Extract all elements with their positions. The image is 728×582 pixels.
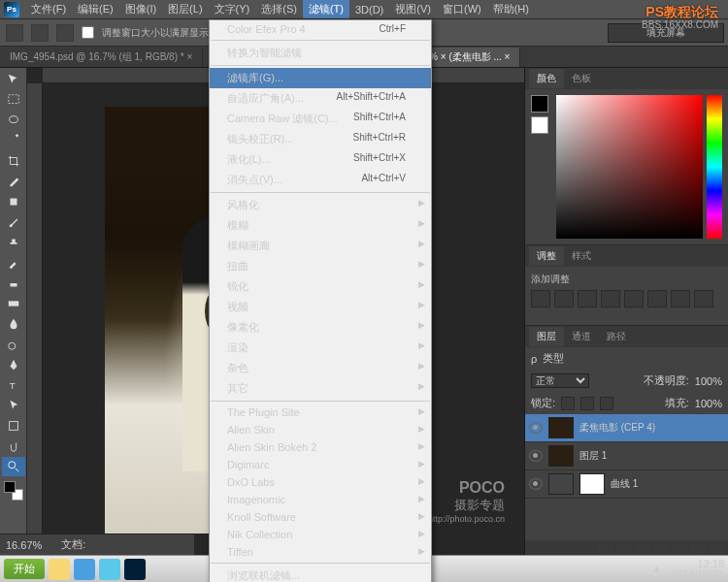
hand-tool[interactable] [2,436,25,456]
filter-stylize[interactable]: 风格化▶ [210,195,431,215]
lock-position-icon[interactable] [580,397,594,410]
adjustments-tab[interactable]: 调整 [529,246,564,266]
taskbar-app-icon[interactable] [99,559,120,580]
menu-type[interactable]: 文字(Y) [209,0,256,18]
vibrance-icon[interactable] [624,290,644,307]
filter-knoll[interactable]: Knoll Software▶ [210,508,431,526]
filter-other[interactable]: 其它▶ [210,378,431,399]
layer-row-0[interactable]: 柔焦电影 (CEP 4) [525,414,728,442]
filter-noise[interactable]: 杂色▶ [210,358,431,378]
menu-window[interactable]: 窗口(W) [437,0,487,18]
hue-icon[interactable] [647,290,667,307]
saturation-field[interactable] [556,95,703,239]
filter-imagenomic[interactable]: Imagenomic▶ [210,491,431,508]
filter-lens[interactable]: 镜头校正(R)...Shift+Ctrl+R [210,129,431,149]
levels-icon[interactable] [554,290,574,307]
color-swatches[interactable] [4,481,23,501]
path-select-tool[interactable] [2,396,25,415]
filter-pixelate[interactable]: 像素化▶ [210,317,431,338]
blend-mode-select[interactable]: 正常 [531,373,589,388]
filter-blur-gallery[interactable]: 模糊画廊▶ [210,236,431,256]
filter-digimarc[interactable]: Digimarc▶ [210,456,431,473]
opacity-value[interactable]: 100% [695,375,722,387]
menu-3d[interactable]: 3D(D) [349,2,389,17]
menu-select[interactable]: 选择(S) [255,0,303,18]
filter-nik[interactable]: Nik Collection▶ [210,526,431,543]
filter-tiffen[interactable]: Tiffen▶ [210,543,431,561]
curves-icon[interactable] [578,290,597,307]
eyedropper-tool[interactable] [2,172,25,191]
menu-filter[interactable]: 滤镜(T) [303,0,349,18]
wand-tool[interactable] [2,131,25,150]
pen-tool[interactable] [2,355,25,374]
zoom-tool[interactable] [2,457,25,476]
lasso-tool[interactable] [2,111,25,130]
photo-filter-icon[interactable] [694,290,713,307]
filter-liquify[interactable]: 液化(L)...Shift+Ctrl+X [210,149,431,170]
color-picker[interactable] [525,89,728,244]
stamp-tool[interactable] [2,233,25,252]
layer-row-2[interactable]: 曲线 1 [525,470,728,499]
filter-camera-raw[interactable]: Camera Raw 滤镜(C)...Shift+Ctrl+A [210,109,431,129]
menu-layer[interactable]: 图层(L) [162,0,208,18]
zoom-out-icon[interactable] [56,24,74,42]
lock-pixels-icon[interactable] [561,397,575,410]
start-button[interactable]: 开始 [4,559,45,579]
channels-tab[interactable]: 通道 [564,327,599,346]
filter-sharpen[interactable]: 锐化▶ [210,276,431,297]
filter-plugin-site[interactable]: The Plugin Site▶ [210,404,431,421]
paths-tab[interactable]: 路径 [599,327,634,346]
lock-all-icon[interactable] [600,397,613,410]
layers-tab[interactable]: 图层 [529,327,564,346]
exposure-icon[interactable] [601,290,620,307]
tool-preset-icon[interactable] [6,24,23,42]
taskbar-explorer-icon[interactable] [49,559,70,580]
menu-image[interactable]: 图像(I) [119,0,162,18]
layer-row-1[interactable]: 图层 1 [525,442,728,470]
zoom-level[interactable]: 16.67% [6,539,42,551]
filter-alien-bokeh[interactable]: Alien Skin Bokeh 2▶ [210,438,431,456]
filter-browse-online[interactable]: 浏览联机滤镜... [210,566,431,582]
taskbar-browser-icon[interactable] [74,559,95,580]
filter-wide-angle[interactable]: 自适应广角(A)...Alt+Shift+Ctrl+A [210,88,431,109]
zoom-in-icon[interactable] [31,24,49,42]
blur-tool[interactable] [2,314,25,334]
brush-tool[interactable] [2,212,25,232]
menu-help[interactable]: 帮助(H) [487,0,535,18]
marquee-tool[interactable] [2,90,25,110]
history-brush-tool[interactable] [2,253,25,273]
color-tab[interactable]: 颜色 [529,69,564,88]
filter-last[interactable]: Color Efex Pro 4Ctrl+F [210,20,431,38]
visibility-icon[interactable] [529,450,543,462]
styles-tab[interactable]: 样式 [564,246,599,266]
shape-tool[interactable] [2,416,25,436]
eraser-tool[interactable] [2,274,25,293]
filter-smart[interactable]: 转换为智能滤镜 [210,43,431,63]
menu-view[interactable]: 视图(V) [389,0,437,18]
crop-tool[interactable] [2,151,25,171]
gradient-tool[interactable] [2,294,25,313]
filter-video[interactable]: 视频▶ [210,297,431,317]
hue-slider[interactable] [707,95,722,239]
bw-icon[interactable] [671,290,690,307]
visibility-icon[interactable] [529,478,543,490]
heal-tool[interactable] [2,192,25,211]
resize-window-checkbox[interactable] [82,26,94,39]
tab-doc-0[interactable]: IMG_4954.psd @ 16.7% (组 1, RGB/8) * × [0,48,203,67]
filter-alien-skin[interactable]: Alien Skin▶ [210,421,431,438]
filter-render[interactable]: 渲染▶ [210,338,431,358]
filter-vanish[interactable]: 消失点(V)...Alt+Ctrl+V [210,170,431,190]
fill-value[interactable]: 100% [695,398,722,409]
visibility-icon[interactable] [529,422,543,434]
menu-file[interactable]: 文件(F) [25,0,72,18]
filter-blur[interactable]: 模糊▶ [210,215,431,236]
system-clock[interactable]: 13:18 2014/10/31 [671,559,724,580]
type-tool[interactable]: T [2,375,25,395]
brightness-icon[interactable] [531,290,550,307]
move-tool[interactable] [2,70,25,89]
menu-edit[interactable]: 编辑(E) [72,0,119,18]
filter-dxo[interactable]: DxO Labs▶ [210,473,431,491]
swatches-tab[interactable]: 色板 [564,69,599,88]
filter-distort[interactable]: 扭曲▶ [210,256,431,276]
filter-gallery[interactable]: 滤镜库(G)... [210,68,431,88]
